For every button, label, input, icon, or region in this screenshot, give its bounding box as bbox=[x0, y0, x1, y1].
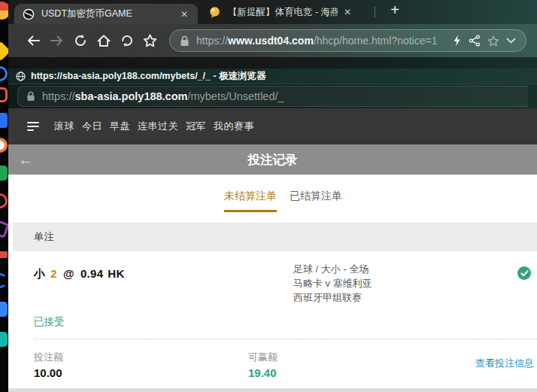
address-bar[interactable]: https://www.usdt04.com/hhcp/home.html?no… bbox=[169, 29, 526, 52]
chevron-down-icon[interactable] bbox=[506, 38, 516, 44]
bet-card: 小2@0.94HK 足球 / 大小 - 全场 马略卡 v 塞维利亚 西班牙甲组联… bbox=[8, 251, 537, 388]
home-icon[interactable] bbox=[92, 30, 115, 51]
app-icon[interactable] bbox=[0, 273, 8, 288]
url-path: /hhcp/home.html?notice=1 bbox=[314, 35, 438, 47]
tab-close-icon[interactable]: ✕ bbox=[342, 7, 353, 17]
app-icon[interactable] bbox=[0, 332, 8, 347]
globe-favicon-icon bbox=[23, 8, 35, 20]
nav-item-live[interactable]: 滚球 bbox=[54, 120, 74, 133]
tab-usdt-game[interactable]: USDT加密货币GAME ✕ bbox=[14, 4, 198, 24]
popup-title-bar: https://sba-asia.poly188.com/mybets/_/_ … bbox=[8, 68, 537, 84]
url-prefix: https:// bbox=[196, 35, 228, 47]
bet-odds: 0.94 bbox=[80, 267, 103, 280]
tab-unsettled[interactable]: 未结算注单 bbox=[224, 190, 277, 212]
stake-value: 10.00 bbox=[34, 366, 63, 379]
market-label: 足球 / 大小 - 全场 bbox=[293, 262, 372, 276]
app-icon[interactable] bbox=[0, 87, 8, 102]
forward-icon[interactable] bbox=[45, 30, 68, 51]
share-icon[interactable] bbox=[469, 35, 481, 47]
app-icon[interactable] bbox=[0, 138, 8, 153]
url-domain: sba-asia.poly188.com bbox=[75, 90, 188, 102]
bet-status: 已接受 bbox=[34, 315, 65, 329]
popup-window-title: https://sba-asia.poly188.com/mybets/_/_ … bbox=[31, 70, 266, 83]
popup-address-bar[interactable]: https://sba-asia.poly188.com/mybets/Unse… bbox=[17, 86, 528, 107]
app-icon[interactable] bbox=[0, 41, 8, 62]
app-icon[interactable] bbox=[0, 302, 8, 317]
bet-selection: 小2@0.94HK bbox=[34, 267, 125, 281]
favorite-star-icon[interactable] bbox=[487, 35, 499, 47]
popup-url-text: https://sba-asia.poly188.com/mybets/Unse… bbox=[42, 90, 284, 102]
stake-column: 投注额 10.00 bbox=[34, 351, 63, 379]
nav-item-my-events[interactable]: 我的赛事 bbox=[214, 120, 254, 133]
tab-strip: USDT加密货币GAME ✕ 【新提醒】体育电竞 - 海燕策略论 ✕ + bbox=[8, 0, 537, 24]
bet-at-symbol: @ bbox=[63, 267, 74, 280]
page-title: 投注记录 bbox=[8, 144, 537, 175]
url-path: /mybets/Unsettled/_ bbox=[187, 90, 284, 102]
tab-settled[interactable]: 已结算注单 bbox=[290, 190, 342, 203]
nav-item-early[interactable]: 早盘 bbox=[110, 120, 130, 133]
divider bbox=[34, 339, 537, 339]
back-icon[interactable] bbox=[22, 30, 45, 51]
app-icon[interactable] bbox=[0, 113, 8, 128]
stake-label: 投注额 bbox=[34, 351, 63, 364]
tab-sports[interactable]: 【新提醒】体育电竞 - 海燕策略论 ✕ bbox=[202, 0, 374, 24]
page-header: ← 投注记录 bbox=[8, 144, 537, 175]
bet-pick: 小 bbox=[34, 267, 45, 280]
league-name: 西班牙甲组联赛 bbox=[293, 290, 372, 305]
lock-icon bbox=[180, 35, 190, 47]
app-icon[interactable] bbox=[0, 66, 8, 81]
bet-handicap: 2 bbox=[50, 267, 57, 280]
app-icon[interactable] bbox=[0, 251, 8, 258]
app-icon[interactable] bbox=[0, 166, 8, 181]
sports-navbar: 滚球 今日 早盘 连串过关 冠军 我的赛事 bbox=[8, 108, 537, 144]
back-arrow-icon[interactable]: ← bbox=[18, 150, 34, 169]
browser-window: USDT加密货币GAME ✕ 【新提醒】体育电竞 - 海燕策略论 ✕ + bbox=[8, 0, 537, 392]
popup-address-row: https://sba-asia.poly188.com/mybets/Unse… bbox=[8, 84, 537, 108]
app-icon[interactable] bbox=[0, 2, 8, 20]
tab-title: 【新提醒】体育电竞 - 海燕策略论 bbox=[228, 6, 338, 19]
to-win-column: 可赢额 19.40 bbox=[248, 351, 278, 379]
bet-odds-type: HK bbox=[108, 267, 124, 280]
app-icon[interactable] bbox=[0, 219, 8, 239]
chrome-divider bbox=[8, 57, 537, 68]
view-bet-info-link[interactable]: 查看投注信息 bbox=[475, 357, 534, 370]
app-icon[interactable] bbox=[0, 193, 8, 208]
nav-item-parlay[interactable]: 连串过关 bbox=[138, 120, 178, 133]
bet-tabs: 未结算注单 已结算注单 bbox=[8, 175, 537, 223]
to-win-value: 19.40 bbox=[248, 366, 278, 379]
bookmark-star-icon[interactable] bbox=[138, 30, 162, 51]
tab-close-icon[interactable]: ✕ bbox=[179, 9, 190, 20]
url-domain: www.usdt04.com bbox=[228, 35, 314, 47]
browser-toolbar: https://www.usdt04.com/hhcp/home.html?no… bbox=[8, 24, 537, 57]
bottom-strip bbox=[8, 388, 537, 392]
url-text: https://www.usdt04.com/hhcp/home.html?no… bbox=[196, 35, 445, 47]
os-taskbar bbox=[0, 0, 8, 392]
match-info: 足球 / 大小 - 全场 马略卡 v 塞维利亚 西班牙甲组联赛 bbox=[293, 262, 372, 305]
history-restore-icon[interactable] bbox=[115, 30, 138, 51]
new-tab-button[interactable]: + bbox=[385, 2, 405, 19]
match-teams: 马略卡 v 塞维利亚 bbox=[293, 276, 372, 290]
to-win-label: 可赢额 bbox=[248, 351, 278, 364]
tab-separator bbox=[375, 7, 375, 17]
globe-icon bbox=[16, 71, 26, 81]
tab-title: USDT加密货币GAME bbox=[41, 8, 179, 20]
accepted-check-icon bbox=[517, 266, 531, 280]
section-single-bet: 单注 bbox=[13, 223, 537, 251]
chat-bubble-favicon-icon bbox=[208, 6, 221, 19]
lock-icon bbox=[26, 91, 35, 102]
menu-icon[interactable] bbox=[27, 120, 39, 133]
screen: USDT加密货币GAME ✕ 【新提醒】体育电竞 - 海燕策略论 ✕ + bbox=[0, 0, 537, 392]
url-prefix: https:// bbox=[42, 90, 75, 102]
nav-item-today[interactable]: 今日 bbox=[82, 120, 102, 133]
lightning-icon[interactable] bbox=[452, 35, 462, 47]
reload-icon[interactable] bbox=[68, 30, 92, 51]
nav-item-outright[interactable]: 冠军 bbox=[186, 120, 206, 133]
